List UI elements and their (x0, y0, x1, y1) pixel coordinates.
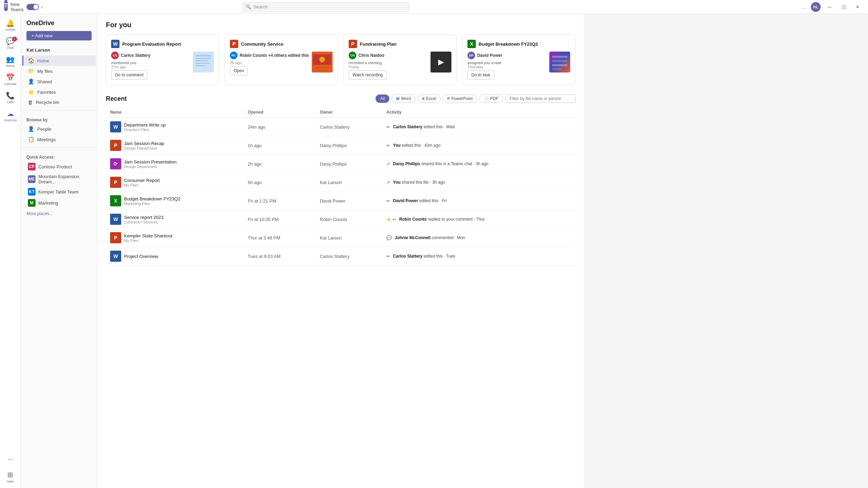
file-location: Design Department (124, 146, 164, 150)
activity-name: You (393, 143, 401, 148)
sidebar-item-calendar[interactable]: 📅 Calendar (2, 71, 19, 88)
table-row[interactable]: W Service report 2023 Contractor Service… (106, 210, 575, 229)
sidebar-nav-myfiles[interactable]: 📁 My files (22, 66, 96, 76)
quick-access-contoso[interactable]: CP Contoso Product (22, 161, 96, 172)
more-places-link[interactable]: More places... (21, 208, 97, 219)
card2-thumbnail (312, 52, 333, 73)
card2-body: RC Robin Counts +4 others edited this 2h… (230, 52, 333, 75)
recent-title: Recent (106, 95, 127, 102)
marketing-icon: M (28, 199, 36, 207)
sidebar-item-teams[interactable]: 👥 Teams (2, 53, 19, 70)
card4-action-btn[interactable]: Go to task (467, 70, 494, 79)
filter-tab-word[interactable]: W Word (392, 94, 416, 103)
sidebar-item-activity[interactable]: 🔔 Activity (2, 17, 19, 33)
sidebar-item-calls[interactable]: 📞 Calls (2, 89, 19, 106)
maximize-button[interactable]: ⬜ (837, 3, 850, 11)
table-row[interactable]: P Jam Session Recap Design Department 1h… (106, 136, 575, 155)
card3-type-icon: P (349, 40, 357, 48)
filter-tab-all[interactable]: All (375, 94, 389, 103)
sidebar-nav-favorites[interactable]: ⭐ Favorites (22, 87, 96, 97)
svg-rect-14 (552, 64, 567, 66)
new-teams-toggle[interactable] (26, 4, 39, 10)
add-new-button[interactable]: + Add new (26, 31, 92, 40)
sidebar-item-more[interactable]: ··· (2, 450, 19, 467)
file-activity-f1: ✏ Carlos Slattery edited this · Wed (382, 118, 575, 136)
file-owner-f4: Kat Larson (316, 173, 382, 192)
file-name-cell-f7: P Kempler State Shareout My Files (106, 229, 243, 247)
contoso-icon: CP (28, 163, 36, 170)
quick-access-kemper[interactable]: KT Kemper Table Team (22, 186, 96, 197)
filter-tab-pdf[interactable]: 📄 PDF (479, 94, 503, 103)
file-location: My Files (124, 238, 172, 243)
calendar-label: Calendar (4, 82, 17, 86)
mountain-icon: ME (28, 175, 36, 183)
card3-person-name: Chris Naidoo (358, 53, 385, 58)
user-avatar[interactable]: KL (811, 2, 821, 12)
sidebar-nav-recyclebin[interactable]: 🗑 Recycle bin (22, 97, 96, 107)
file-name-cell-f1: W Department Write up Director's Files (106, 118, 243, 136)
minimize-button[interactable]: — (823, 3, 836, 11)
card3-action: recorded a meeting (349, 61, 428, 65)
table-row[interactable]: X Budget Breakdown FY23Q2 Marketing File… (106, 192, 575, 210)
quick-access-marketing[interactable]: M Marketing (22, 197, 96, 208)
table-row[interactable]: W Department Write up Director's Files 2… (106, 118, 575, 136)
contoso-label: Contoso Product (38, 164, 72, 169)
card3-action-btn[interactable]: Watch recording (349, 70, 387, 79)
sidebar-nav-shared[interactable]: 👤 Shared (22, 76, 96, 87)
file-name: Department Write up (124, 122, 166, 128)
table-row[interactable]: ⟳ Jam Session Presentation Design Depart… (106, 155, 575, 173)
filter-tab-ppt[interactable]: P PowerPoint (443, 94, 477, 103)
col-activity: Activity (382, 107, 575, 118)
file-activity-f8: ✏ Carlos Slattery edited this · Tues (382, 247, 575, 266)
sidebar-nav-meetings[interactable]: 📋 Meetings (22, 134, 96, 145)
file-owner-f1: Carlos Slattery (316, 118, 382, 136)
main-content: For you W Program Evaluation Report CS C… (98, 14, 584, 488)
close-button[interactable]: ✕ (851, 3, 864, 11)
file-name-cell-f5: X Budget Breakdown FY23Q2 Marketing File… (106, 192, 243, 210)
file-type-icon: X (110, 195, 121, 206)
favorites-icon: ⭐ (28, 89, 34, 95)
file-name: Jam Session Recap (124, 141, 164, 146)
more-options-button[interactable]: ... (800, 3, 808, 11)
search-bar[interactable]: 🔍 Search (242, 2, 410, 12)
card-fundraising-plan: P Fundraising Plan CN Chris Naidoo recor… (343, 35, 457, 85)
title-bar-right: ... KL — ⬜ ✕ (800, 2, 864, 12)
word-icon: W (396, 97, 400, 101)
file-type-icon: W (110, 214, 121, 225)
kemper-label: Kemper Table Team (38, 189, 78, 195)
card1-person-name: Carlos Slattery (121, 53, 150, 58)
filter-input[interactable] (506, 94, 575, 103)
apps-label: Apps (7, 480, 14, 483)
file-type-icon: P (110, 177, 121, 188)
file-opened-f3: 2h ago (243, 155, 316, 173)
quick-access-mountain[interactable]: ME Mountain Expansion Dream... (22, 172, 96, 186)
header-row: Name Opened Owner Activity (106, 107, 575, 118)
table-row[interactable]: P Consumer Report My Files 5h agoKat Lar… (106, 173, 575, 192)
quick-access-title: Quick Access (21, 151, 97, 161)
card4-body: DP David Power assigned you a task Thurs… (467, 52, 570, 79)
file-name-cell-f6: W Service report 2023 Contractor Service… (106, 210, 243, 229)
myfiles-icon: 📁 (28, 68, 34, 74)
sidebar-nav-people[interactable]: 👤 People (22, 124, 96, 134)
file-activity-f6: ★ ↩ Robin Counts replied to your comment… (382, 210, 575, 229)
card1-action-btn[interactable]: Go to comment (111, 70, 147, 79)
card-budget-breakdown: X Budget Breakdown FY23Q2 DP David Power… (462, 35, 575, 85)
onedrive-label: OneDrive (3, 119, 17, 122)
file-activity-f7: 💬 Johnie McConnell commented · Mon (382, 229, 575, 247)
onedrive-icon: ☁ (7, 109, 14, 118)
sidebar-item-apps[interactable]: ⊞ Apps (2, 468, 19, 485)
activity-name: Carlos Slattery (393, 254, 423, 259)
activity-icon: ↩ (393, 217, 396, 222)
col-name: Name (106, 107, 243, 118)
card2-info: RC Robin Counts +4 others edited this 2h… (230, 52, 309, 75)
table-row[interactable]: W Project Overview Tues at 9:03 AMCarlos… (106, 247, 575, 266)
sidebar-nav-home[interactable]: 🏠 Home (22, 55, 96, 66)
card2-action-btn[interactable]: Open (230, 66, 248, 75)
sidebar-item-onedrive[interactable]: ☁ OneDrive (2, 107, 19, 124)
toggle-switch[interactable] (26, 4, 39, 10)
filter-tab-excel[interactable]: X Excel (418, 94, 441, 103)
file-type-icon: ⟳ (110, 158, 121, 169)
people-icon: 👤 (28, 126, 34, 132)
sidebar-item-chat[interactable]: 💬 Chat 1 (2, 35, 19, 52)
table-row[interactable]: P Kempler State Shareout My Files Thur a… (106, 229, 575, 247)
